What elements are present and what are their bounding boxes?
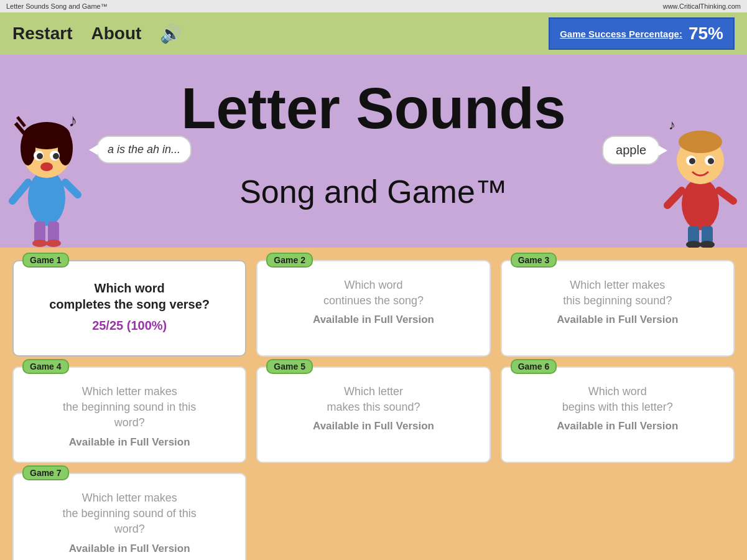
game-4-label: Game 4 [22,359,69,374]
svg-point-3 [21,131,35,166]
game-6-available: Available in Full Version [512,420,723,432]
character-boy [660,98,741,248]
svg-line-17 [65,182,78,195]
game-5-label: Game 5 [266,359,313,374]
game-card-7[interactable]: Game 7 Which letter makesthe beginning s… [12,473,246,560]
game-6-label: Game 6 [511,359,557,374]
nav-bar: Restart About 🔊 Game Success Percentage:… [0,12,747,55]
sound-icon[interactable]: 🔊 [160,24,182,44]
svg-point-23 [689,158,695,164]
header-title-main: Letter Sounds [181,80,565,137]
speech-bubble-left: a is the ah in... [96,136,192,164]
game-2-label: Game 2 [266,253,313,268]
game-2-available: Available in Full Version [267,314,479,326]
game-4-title: Which letter makesthe beginning sound in… [24,384,235,431]
svg-point-10 [53,153,59,159]
nav-left: Restart About 🔊 [12,24,182,44]
svg-point-9 [37,153,43,159]
game-card-1[interactable]: Game 1 Which wordcompletes the song vers… [12,260,246,357]
about-button[interactable]: About [91,24,141,44]
game-3-title: Which letter makesthis beginning sound? [512,278,723,309]
app-title: Letter Sounds Song and Game™ [6,2,108,10]
game-7-title: Which letter makesthe beginning sound of… [24,490,235,538]
game-card-5[interactable]: Game 5 Which lettermakes this sound? Ava… [256,366,490,463]
website: www.CriticalThinking.com [663,2,741,10]
game-success-label: Game Success Percentage: [560,29,682,39]
svg-point-14 [32,240,47,247]
game-card-2[interactable]: Game 2 Which wordcontinues the song? Ava… [256,260,490,357]
game-1-label: Game 1 [22,253,69,268]
game-5-available: Available in Full Version [267,420,479,432]
speech-bubble-right: apple [602,136,660,165]
character-girl [6,86,87,248]
header-banner: ♪ ♪ Letter Sounds Song and Game™ a is th… [0,55,747,248]
game-5-title: Which lettermakes this sound? [267,384,479,415]
svg-point-18 [682,178,719,230]
svg-point-11 [40,162,53,171]
game-success-panel: Game Success Percentage: 75% [549,17,735,50]
game-3-label: Game 3 [511,253,557,268]
game-6-title: Which wordbegins with this letter? [512,384,723,415]
svg-point-15 [46,240,61,247]
game-1-title: Which wordcompletes the song verse? [24,280,235,312]
game-7-available: Available in Full Version [24,543,235,555]
game-7-label: Game 7 [22,465,69,480]
game-2-title: Which wordcontinues the song? [267,278,479,309]
game-1-score: 25/25 (100%) [24,319,235,333]
header-title-sub: Song and Game™ [239,173,508,210]
svg-line-30 [719,190,733,201]
svg-point-4 [58,131,73,166]
svg-line-29 [667,190,682,205]
title-bar: Letter Sounds Song and Game™ www.Critica… [0,0,747,12]
svg-line-16 [12,182,28,201]
svg-point-20 [679,131,722,153]
svg-point-24 [708,158,714,164]
game-card-4[interactable]: Game 4 Which letter makesthe beginning s… [12,366,246,463]
restart-button[interactable]: Restart [12,24,72,44]
svg-point-0 [28,170,65,226]
game-4-available: Available in Full Version [24,436,235,449]
main-content: Game 1 Which wordcompletes the song vers… [0,248,747,560]
game-card-3[interactable]: Game 3 Which letter makesthis beginning … [501,260,735,357]
game-3-available: Available in Full Version [512,314,723,326]
game-card-6[interactable]: Game 6 Which wordbegins with this letter… [501,366,735,463]
game-success-value: 75% [689,24,723,44]
